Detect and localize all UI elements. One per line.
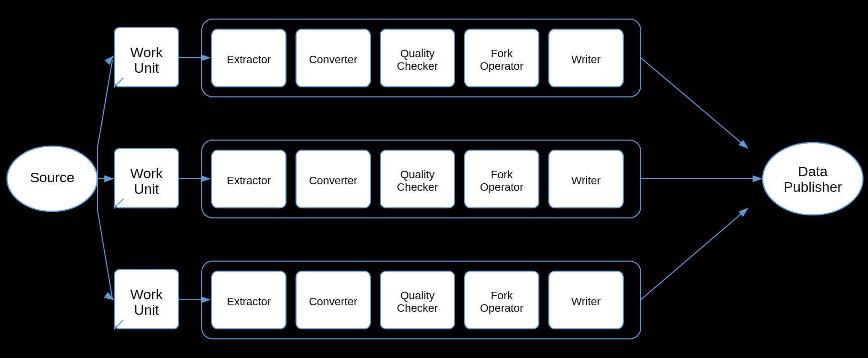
extractor-1-label: Extractor — [227, 53, 271, 66]
work-unit-2-label-line1: Work — [130, 166, 164, 181]
extractor-3-label: Extractor — [227, 295, 271, 308]
work-unit-2-label-line2: Unit — [134, 181, 159, 197]
fork-operator-3-label-line2: Operator — [480, 302, 524, 314]
quality-checker-3-label-line2: Checker — [397, 302, 438, 314]
work-unit-3-label-line1: Work — [130, 287, 164, 302]
fork-operator-1-label-line1: Fork — [491, 47, 513, 60]
fork-operator-2-label-line2: Operator — [480, 181, 524, 193]
data-publisher-label-line2: Publisher — [784, 179, 842, 195]
work-unit-1-label-line1: Work — [130, 45, 164, 60]
fork-operator-3-label-line1: Fork — [491, 289, 513, 302]
pipeline-diagram: .node-ellipse { fill: white; stroke: #5b… — [0, 0, 868, 358]
quality-checker-3-label-line1: Quality — [400, 289, 435, 302]
writer-3-label: Writer — [571, 295, 601, 308]
converter-3-label: Converter — [309, 295, 358, 308]
work-unit-1-label-line2: Unit — [134, 60, 159, 76]
writer-2-label: Writer — [571, 174, 601, 187]
quality-checker-1-label-line1: Quality — [400, 47, 435, 60]
work-unit-3-label-line2: Unit — [134, 302, 159, 318]
converter-1-label: Converter — [309, 53, 358, 66]
quality-checker-1-label-line2: Checker — [397, 60, 438, 72]
source-label: Source — [30, 170, 75, 185]
fork-operator-2-label-line1: Fork — [491, 168, 513, 181]
extractor-2-label: Extractor — [227, 174, 271, 187]
data-publisher-label-line1: Data — [798, 164, 828, 179]
fork-operator-1-label-line2: Operator — [480, 60, 524, 72]
writer-1-label: Writer — [571, 53, 601, 66]
quality-checker-2-label-line1: Quality — [400, 168, 435, 181]
converter-2-label: Converter — [309, 174, 358, 187]
quality-checker-2-label-line2: Checker — [397, 181, 438, 193]
